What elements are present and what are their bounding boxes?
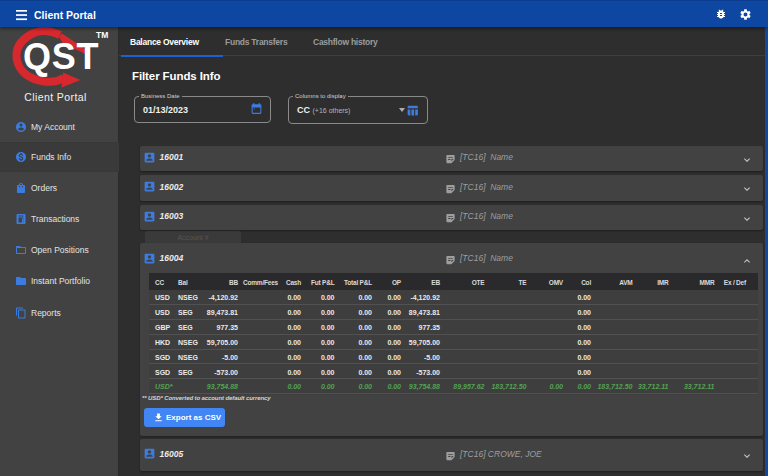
svg-text:TM: TM <box>96 30 108 40</box>
svg-text:QST: QST <box>23 36 99 77</box>
